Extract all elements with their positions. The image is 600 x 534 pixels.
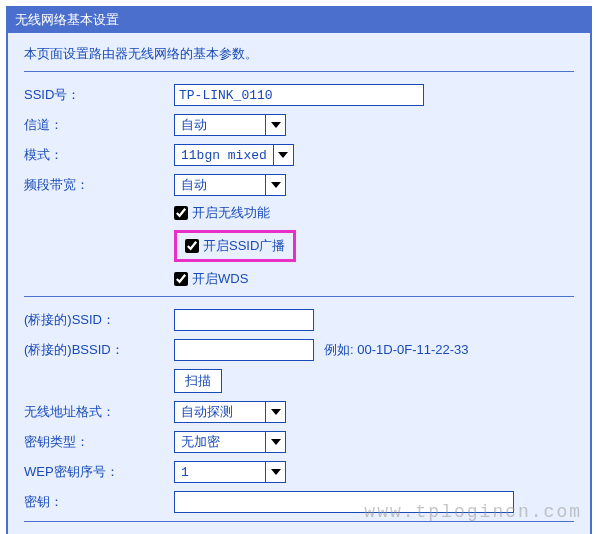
wep-index-row: WEP密钥序号： 1 bbox=[24, 461, 574, 483]
highlight-border: 开启SSID广播 bbox=[174, 230, 296, 262]
bridge-bssid-label: (桥接的)BSSID： bbox=[24, 341, 174, 359]
chevron-down-icon bbox=[265, 115, 285, 135]
bandwidth-label: 频段带宽： bbox=[24, 176, 174, 194]
channel-label: 信道： bbox=[24, 116, 174, 134]
divider bbox=[24, 296, 574, 297]
scan-button[interactable]: 扫描 bbox=[174, 369, 222, 393]
channel-select[interactable]: 自动 bbox=[174, 114, 286, 136]
mode-label: 模式： bbox=[24, 146, 174, 164]
chevron-down-icon bbox=[265, 175, 285, 195]
channel-row: 信道： 自动 bbox=[24, 114, 574, 136]
bridge-ssid-row: (桥接的)SSID： bbox=[24, 309, 574, 331]
chevron-down-icon bbox=[265, 432, 285, 452]
bandwidth-row: 频段带宽： 自动 bbox=[24, 174, 574, 196]
key-type-select[interactable]: 无加密 bbox=[174, 431, 286, 453]
watermark: www.tplogincn.com bbox=[364, 502, 582, 522]
bridge-bssid-input[interactable] bbox=[174, 339, 314, 361]
enable-ssid-broadcast-label: 开启SSID广播 bbox=[203, 237, 285, 255]
panel-body: 本页面设置路由器无线网络的基本参数。 SSID号： 信道： 自动 模式： 11b… bbox=[7, 33, 591, 534]
chevron-down-icon bbox=[273, 145, 293, 165]
enable-wds-checkbox[interactable] bbox=[174, 272, 188, 286]
enable-wireless-checkbox[interactable] bbox=[174, 206, 188, 220]
wep-index-value: 1 bbox=[175, 463, 265, 482]
enable-wds-label: 开启WDS bbox=[192, 270, 248, 288]
key-type-value: 无加密 bbox=[175, 431, 265, 453]
bridge-ssid-label: (桥接的)SSID： bbox=[24, 311, 174, 329]
ssid-row: SSID号： bbox=[24, 84, 574, 106]
key-type-label: 密钥类型： bbox=[24, 433, 174, 451]
addr-format-value: 自动探测 bbox=[175, 401, 265, 423]
addr-format-label: 无线地址格式： bbox=[24, 403, 174, 421]
panel-description: 本页面设置路由器无线网络的基本参数。 bbox=[24, 45, 574, 63]
wep-index-label: WEP密钥序号： bbox=[24, 463, 174, 481]
addr-format-select[interactable]: 自动探测 bbox=[174, 401, 286, 423]
mode-select[interactable]: 11bgn mixed bbox=[174, 144, 294, 166]
enable-ssid-broadcast-row: 开启SSID广播 bbox=[174, 230, 574, 262]
chevron-down-icon bbox=[265, 402, 285, 422]
divider bbox=[24, 71, 574, 72]
ssid-label: SSID号： bbox=[24, 86, 174, 104]
key-type-row: 密钥类型： 无加密 bbox=[24, 431, 574, 453]
enable-wireless-row: 开启无线功能 bbox=[174, 204, 574, 222]
chevron-down-icon bbox=[265, 462, 285, 482]
bridge-ssid-input[interactable] bbox=[174, 309, 314, 331]
bridge-bssid-row: (桥接的)BSSID： 例如: 00-1D-0F-11-22-33 bbox=[24, 339, 574, 361]
bandwidth-value: 自动 bbox=[175, 174, 265, 196]
wep-index-select[interactable]: 1 bbox=[174, 461, 286, 483]
scan-row: 扫描 bbox=[174, 369, 574, 393]
ssid-input[interactable] bbox=[174, 84, 424, 106]
mode-row: 模式： 11bgn mixed bbox=[24, 144, 574, 166]
wireless-basic-settings-panel: 无线网络基本设置 本页面设置路由器无线网络的基本参数。 SSID号： 信道： 自… bbox=[6, 6, 592, 534]
channel-value: 自动 bbox=[175, 114, 265, 136]
addr-format-row: 无线地址格式： 自动探测 bbox=[24, 401, 574, 423]
bssid-example: 例如: 00-1D-0F-11-22-33 bbox=[324, 341, 469, 359]
enable-wds-row: 开启WDS bbox=[174, 270, 574, 288]
enable-ssid-broadcast-checkbox[interactable] bbox=[185, 239, 199, 253]
enable-wireless-label: 开启无线功能 bbox=[192, 204, 270, 222]
mode-value: 11bgn mixed bbox=[175, 146, 273, 165]
bandwidth-select[interactable]: 自动 bbox=[174, 174, 286, 196]
key-label: 密钥： bbox=[24, 493, 174, 511]
panel-title: 无线网络基本设置 bbox=[7, 7, 591, 33]
